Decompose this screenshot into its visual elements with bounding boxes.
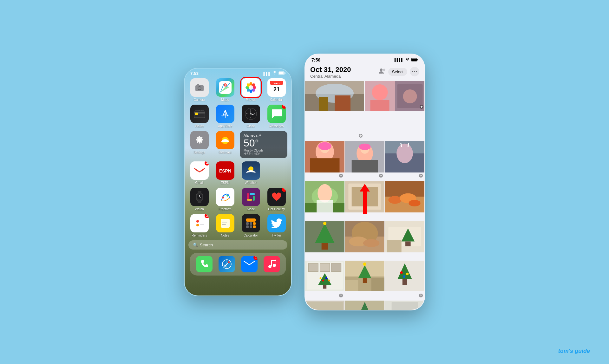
photo-cell[interactable]: [385, 301, 424, 310]
app-espn[interactable]: ESPN ESPN: [214, 161, 236, 185]
app-calendar[interactable]: 21WED Calendar: [265, 78, 287, 101]
app-grid-row6: 2 Reminders Notes: [188, 214, 287, 237]
svg-rect-88: [417, 59, 418, 60]
main-container: 7:53 ▌▌▌ Camera: [0, 0, 609, 364]
status-bar-photos: 7:56 ▌▌▌▌: [305, 54, 424, 64]
app-twitter[interactable]: Twitter: [265, 214, 287, 237]
search-icon: 🔍: [193, 243, 198, 247]
app-messages-label: Messages: [269, 124, 284, 128]
app-freeform[interactable]: Freeform: [214, 188, 236, 211]
photo-row-6: [305, 301, 424, 310]
photo-cell[interactable]: [345, 301, 384, 310]
dock-safari[interactable]: [219, 256, 235, 272]
app-weather[interactable]: Weather: [240, 161, 262, 185]
select-button[interactable]: Select: [388, 68, 407, 76]
photo-cell[interactable]: [305, 301, 344, 310]
app-watch-label: Watch: [195, 207, 204, 211]
dock-mail[interactable]: 1: [241, 256, 258, 272]
share-icon: [419, 293, 423, 299]
photo-cell[interactable]: [385, 141, 424, 180]
home-content: Camera Maps: [185, 77, 291, 277]
app-weather-label: Weather: [245, 181, 257, 185]
app-gethealthy[interactable]: 1 Get Healthy: [265, 188, 287, 211]
svg-point-160: [322, 279, 324, 281]
app-settings-label: Settings: [193, 151, 205, 154]
svg-rect-102: [370, 100, 390, 111]
photo-cell[interactable]: [365, 81, 395, 111]
app-calendar-label: Calendar: [270, 98, 283, 101]
photo-cell[interactable]: [305, 261, 344, 300]
status-bar-home: 7:53 ▌▌▌: [185, 68, 291, 77]
svg-point-89: [380, 68, 383, 71]
photos-location: Central Alameda: [310, 74, 351, 79]
svg-rect-59: [253, 199, 255, 201]
svg-rect-68: [222, 223, 227, 223]
app-watch[interactable]: Watch: [188, 188, 210, 211]
svg-rect-2: [285, 73, 285, 74]
svg-rect-180: [307, 302, 343, 310]
people-icon-header[interactable]: [379, 68, 386, 75]
photo-cell[interactable]: [345, 261, 384, 300]
wifi-icon: [272, 71, 277, 75]
status-time: 7:53: [190, 71, 199, 76]
app-messages[interactable]: 7 Messages: [265, 105, 287, 128]
app-camera[interactable]: Camera: [188, 78, 210, 101]
photo-cell[interactable]: [305, 141, 344, 180]
photo-cell[interactable]: [385, 181, 424, 220]
svg-rect-174: [403, 279, 407, 285]
app-grid-row1: Camera Maps: [188, 78, 287, 101]
photo-cell[interactable]: [395, 81, 424, 111]
app-calculator[interactable]: Calculator: [240, 214, 262, 237]
app-maps[interactable]: Maps: [214, 78, 236, 101]
app-slack[interactable]: Slack: [240, 188, 262, 211]
svg-rect-1: [279, 72, 284, 74]
search-bar[interactable]: 🔍 Search: [188, 240, 287, 250]
svg-point-9: [225, 84, 226, 86]
app-calculator-label: Calculator: [244, 234, 258, 237]
svg-point-93: [416, 71, 417, 72]
share-icon: [358, 133, 363, 139]
app-gmail[interactable]: 4 Gmail: [188, 161, 210, 185]
photo-cell[interactable]: [345, 221, 384, 260]
app-clock[interactable]: Clock: [240, 105, 262, 128]
svg-point-52: [222, 197, 224, 198]
app-grid-row5: Watch Freeform: [188, 188, 287, 211]
dock-music[interactable]: [264, 256, 280, 272]
svg-rect-47: [198, 191, 201, 193]
svg-point-101: [372, 84, 388, 100]
app-wallet[interactable]: Wallet: [188, 105, 210, 128]
app-photos[interactable]: Photos: [240, 78, 262, 101]
app-appstore[interactable]: A App Store: [214, 105, 236, 128]
photo-cell[interactable]: [305, 81, 364, 140]
red-arrow: [360, 184, 370, 214]
photo-cell[interactable]: [345, 141, 384, 180]
svg-point-121: [396, 144, 413, 163]
photos-signal-icon: ▌▌▌▌: [395, 58, 403, 62]
svg-line-122: [401, 143, 402, 147]
app-settings[interactable]: Settings: [188, 131, 210, 158]
svg-rect-28: [200, 110, 201, 111]
status-icons: ▌▌▌: [264, 71, 285, 75]
svg-rect-73: [253, 222, 256, 225]
photo-cell[interactable]: [305, 181, 344, 220]
app-reminders[interactable]: 2 Reminders: [188, 214, 210, 237]
svg-point-162: [328, 279, 330, 281]
more-button[interactable]: [410, 67, 419, 76]
dock-phone[interactable]: [196, 256, 213, 272]
svg-point-78: [228, 261, 230, 263]
share-icon: [379, 173, 383, 179]
photo-cell[interactable]: [305, 221, 344, 260]
svg-rect-61: [247, 199, 249, 201]
svg-rect-55: [247, 193, 249, 195]
photo-cell[interactable]: [385, 261, 424, 300]
app-notes[interactable]: Notes: [214, 214, 236, 237]
photo-cell[interactable]: [385, 221, 424, 260]
svg-rect-98: [335, 95, 350, 111]
share-icon: [339, 173, 343, 179]
photos-date: Oct 31, 2020: [310, 66, 351, 74]
app-overcast[interactable]: Overcast: [214, 131, 236, 158]
svg-point-90: [383, 69, 385, 71]
svg-point-111: [318, 142, 331, 150]
toms-guide-watermark: tom's guide: [558, 348, 590, 354]
svg-point-168: [363, 263, 366, 266]
